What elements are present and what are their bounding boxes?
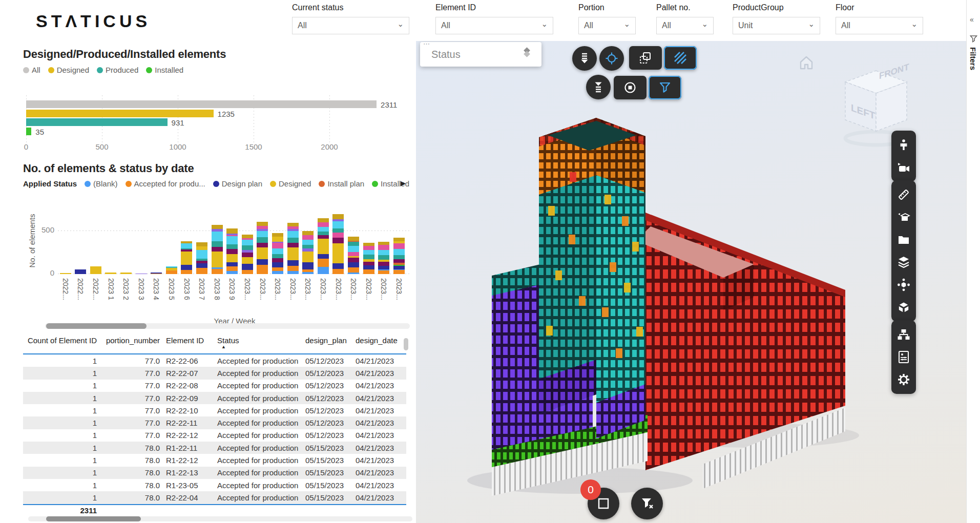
table-row[interactable]: 177.0R2-22-12Accepted for production05/1… [23, 429, 406, 442]
stacked-bar[interactable] [287, 223, 299, 274]
stacked-bar[interactable] [242, 235, 253, 274]
stacked-bar[interactable] [378, 242, 389, 274]
legend-item-designed[interactable]: Designed [48, 66, 89, 74]
model-tree-button[interactable] [891, 323, 916, 346]
legend-item-design_plan[interactable]: Design plan [213, 179, 262, 188]
slicer-dropdown-product-group[interactable]: Unit⌄ [733, 17, 820, 34]
focus-target-button[interactable] [599, 46, 624, 71]
stacked-bar[interactable] [272, 233, 283, 274]
legend-label: All [32, 66, 40, 74]
stacked-bar[interactable] [120, 273, 132, 274]
table-header-portion-number[interactable]: portion_number [100, 334, 163, 353]
stacked-bar[interactable] [318, 218, 329, 274]
home-view-button[interactable] [798, 54, 815, 73]
table-header-status[interactable]: Status▲ [214, 334, 302, 353]
stacked-bar[interactable] [75, 269, 86, 274]
page-scrollbar-thumb[interactable] [46, 516, 141, 521]
table-vertical-scrollbar-thumb[interactable] [404, 338, 408, 350]
lower-model-button[interactable] [572, 46, 597, 71]
filters-pane-label[interactable]: Filters [969, 47, 977, 70]
table-row[interactable]: 177.0R2-22-09Accepted for production05/1… [23, 392, 406, 404]
bar-installed[interactable] [26, 128, 31, 135]
stacked-bar[interactable] [136, 274, 147, 274]
table-header-design-date[interactable]: design_date [352, 334, 401, 353]
bar-segment-pink [332, 233, 344, 237]
page-scrollbar-track[interactable] [28, 516, 412, 521]
stacked-bar[interactable] [196, 242, 207, 274]
slicer-dropdown-floor[interactable]: All⌄ [836, 17, 923, 34]
legend-item-install_plan[interactable]: Install plan [319, 179, 364, 188]
stacked-bar[interactable] [348, 237, 359, 274]
walk-mode-button[interactable] [891, 134, 916, 156]
section-mode-button[interactable] [614, 76, 647, 99]
legend-item-produced[interactable]: Produced [97, 66, 138, 74]
clear-filter-button[interactable] [631, 488, 663, 519]
bar-segment-blank [318, 267, 329, 274]
stacked-bar[interactable] [60, 273, 71, 274]
slicer-dropdown-portion[interactable]: All⌄ [578, 17, 636, 34]
stacked-bar[interactable] [90, 266, 101, 274]
legend-item-all[interactable]: All [23, 66, 40, 74]
bar-segment-gold [363, 243, 374, 246]
chart2-category-label: 2023... [361, 278, 377, 316]
stacked-bar[interactable] [181, 241, 192, 274]
slicer-dropdown-pallet-no[interactable]: All⌄ [656, 17, 714, 34]
legend-more-icon[interactable]: ▶ [401, 179, 406, 187]
table-cell: 78.0 [100, 468, 163, 477]
stacked-bar[interactable] [302, 231, 314, 274]
table-row[interactable]: 178.0R1-23-05Accepted for production05/1… [23, 479, 406, 491]
stacked-bar[interactable] [105, 273, 116, 274]
stacked-bar[interactable] [257, 222, 268, 274]
table-row[interactable]: 177.0R2-22-07Accepted for production05/1… [23, 367, 406, 379]
expand-filters-icon[interactable]: « [970, 15, 974, 24]
bar-segment-cyan [242, 240, 253, 245]
category-text: 2023... [395, 278, 403, 316]
hatch-overlay-button[interactable] [664, 46, 697, 70]
legend-item-blank[interactable]: (Blank) [85, 179, 118, 188]
table-row[interactable]: 178.0R1-22-13Accepted for production05/1… [23, 467, 406, 479]
raise-model-button[interactable] [586, 75, 611, 99]
table-row[interactable]: 177.0R2-22-10Accepted for production05/1… [23, 404, 406, 416]
model-3d-button[interactable] [891, 296, 916, 319]
slicer-element-id: Element IDAll⌄ [435, 3, 553, 34]
table-row[interactable]: 178.0R2-22-04Accepted for production05/1… [23, 491, 406, 504]
grouping-button[interactable] [891, 274, 916, 296]
table-body: 177.0R2-22-06Accepted for production05/1… [23, 354, 406, 504]
settings-button[interactable] [891, 368, 916, 391]
table-row[interactable]: 177.0R2-22-11Accepted for production05/1… [23, 416, 406, 429]
stacked-bar[interactable] [151, 273, 162, 274]
bar-produced[interactable] [26, 118, 168, 126]
stacked-bar[interactable] [332, 214, 344, 274]
stacked-bar[interactable] [363, 243, 374, 274]
camera-views-button[interactable] [891, 156, 916, 179]
table-row[interactable]: 178.0R1-22-11Accepted for production05/1… [23, 442, 406, 454]
measure-button[interactable] [891, 183, 916, 206]
properties-button[interactable] [891, 346, 916, 368]
status-field-card[interactable]: ⋯ Status [420, 42, 541, 67]
table-cell: 05/12/2023 [302, 357, 352, 365]
slicer-dropdown-current-status[interactable]: All⌄ [292, 17, 409, 34]
copy-view-button[interactable] [629, 46, 662, 70]
section-box-button[interactable] [891, 206, 916, 228]
chart2-scrollbar-track[interactable] [45, 323, 410, 329]
chart2-scrollbar-thumb[interactable] [46, 323, 147, 329]
slicer-dropdown-element-id[interactable]: All⌄ [435, 17, 553, 34]
bar-designed[interactable] [26, 110, 214, 117]
table-header-count-of-element-id[interactable]: Count of Element ID [23, 334, 100, 353]
stacked-bar[interactable] [166, 266, 177, 274]
viewer-filter-button[interactable] [649, 76, 681, 99]
bar-all[interactable] [26, 100, 377, 108]
table-row[interactable]: 177.0R2-22-08Accepted for production05/1… [23, 380, 406, 392]
stacked-bar[interactable] [393, 238, 405, 274]
legend-item-designed[interactable]: Designed [270, 179, 311, 188]
legend-item-accepted[interactable]: Accepted for produ... [126, 179, 205, 188]
table-header-design-plan[interactable]: design_plan [302, 334, 352, 353]
layers-button[interactable] [891, 251, 916, 274]
table-row[interactable]: 178.0R1-22-12Accepted for production05/1… [23, 454, 406, 466]
stacked-bar[interactable] [212, 225, 223, 274]
stacked-bar[interactable] [226, 228, 238, 274]
table-row[interactable]: 177.0R2-22-06Accepted for production05/1… [23, 354, 406, 367]
table-header-element-id[interactable]: Element ID [163, 334, 214, 353]
legend-item-installed[interactable]: Installed [146, 66, 183, 74]
files-button[interactable] [891, 228, 916, 251]
